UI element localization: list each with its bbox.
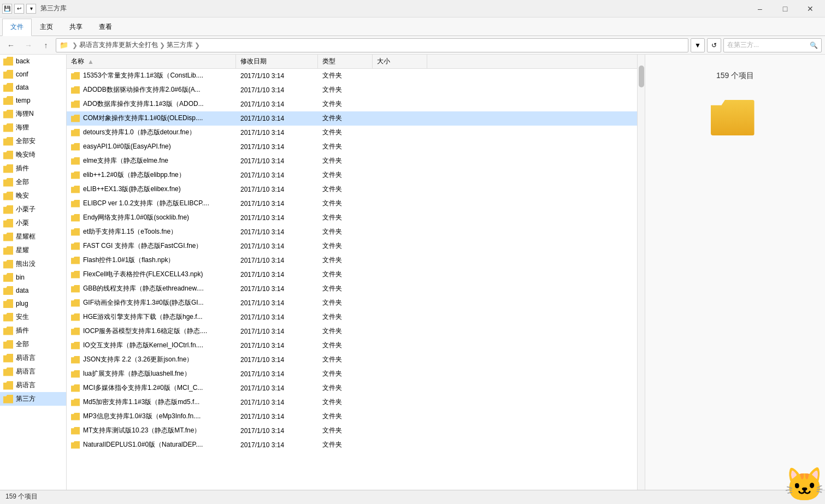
file-name: MT支持库测试版10.23（静态版MT.fne） [83,426,201,435]
quick-access-dropdown[interactable]: ▾ [26,4,36,14]
cell-size [373,97,427,111]
sidebar-item-4[interactable]: 海狸N [0,107,66,121]
sidebar-item-15[interactable]: 熊出没 [0,257,66,271]
sidebar-item-label: 海狸N [16,109,34,118]
sidebar-item-16[interactable]: bin [0,271,66,284]
table-row[interactable]: detours支持库1.0（静态版detour.fne）2017/1/10 3:… [67,126,637,140]
expand-button[interactable]: ▼ [691,38,705,52]
cell-date: 2017/1/10 3:14 [236,168,318,182]
sidebar-item-12[interactable]: 小栗 [0,216,66,230]
sidebar-item-23[interactable]: 易语言 [0,365,66,378]
table-row[interactable]: GBB的线程支持库（静态版ethreadnew....2017/1/10 3:1… [67,282,637,296]
sidebar-item-3[interactable]: temp [0,94,66,107]
cell-date: 2017/1/10 3:14 [236,410,318,423]
tab-view[interactable]: 查看 [91,19,120,35]
file-name: ADO数据库操作支持库1.1#3版（ADOD... [83,99,204,109]
cell-type: 文件夹 [318,410,373,423]
file-name: ELIBCP ver 1.0.2支持库（静态版ELIBCP.... [83,199,209,208]
table-row[interactable]: MCI多媒体指令支持库1.2#0版（MCI_C...2017/1/10 3:14… [67,381,637,395]
sidebar-item-8[interactable]: 插件 [0,162,66,175]
back-button[interactable]: ← [3,38,19,53]
address-path[interactable]: 📁 ❯ 易语言支持库更新大全打包 ❯ 第三方库 ❯ [56,38,688,52]
sidebar-item-13[interactable]: 星耀框 [0,230,66,244]
table-row[interactable]: HGE游戏引擎支持库下载（静态版hge.f...2017/1/10 3:14文件… [67,310,637,324]
tab-home[interactable]: 主页 [32,19,61,35]
folder-icon-sm [71,384,80,392]
sidebar-item-17[interactable]: data [0,284,66,297]
sidebar-item-19[interactable]: 安生 [0,310,66,324]
col-header-name[interactable]: 名称 ▲ [67,55,236,68]
sidebar-item-2[interactable]: data [0,81,66,94]
sidebar-item-22[interactable]: 易语言 [0,351,66,365]
minimize-button[interactable]: – [747,0,773,17]
sidebar-item-5[interactable]: 海狸 [0,121,66,134]
table-row[interactable]: elib++1.2#0版（静态版elibpp.fne）2017/1/10 3:1… [67,168,637,182]
table-row[interactable]: lua扩展支持库（静态版luashell.fne）2017/1/10 3:14文… [67,367,637,381]
table-row[interactable]: COM对象操作支持库1.1#0版(OLEDisp....2017/1/10 3:… [67,111,637,126]
refresh-button[interactable]: ↺ [707,38,721,52]
ribbon: 文件 主页 共享 查看 [0,17,825,36]
table-row[interactable]: FAST CGI 支持库（静态版FastCGI.fne）2017/1/10 3:… [67,239,637,253]
table-row[interactable]: Endy网络支持库1.0#0版(socklib.fne)2017/1/10 3:… [67,211,637,225]
col-header-size[interactable]: 大小 [373,55,427,68]
table-row[interactable]: GIF动画全操作支持库1.3#0版(静态版GI...2017/1/10 3:14… [67,296,637,310]
scroll-thumb[interactable] [639,66,644,87]
quick-access-icon2[interactable]: ↩ [14,4,24,14]
table-row[interactable]: elme支持库（静态版elme.fne2017/1/10 3:14文件夹 [67,154,637,168]
table-row[interactable]: ADO数据库操作支持库1.1#3版（ADOD...2017/1/10 3:14文… [67,97,637,111]
sidebar-item-20[interactable]: 插件 [0,324,66,337]
table-row[interactable]: Flash控件1.0#1版（flash.npk）2017/1/10 3:14文件… [67,253,637,268]
sidebar-item-6[interactable]: 全部安 [0,134,66,148]
search-box[interactable]: 在第三方... 🔍 [723,38,822,52]
tab-share[interactable]: 共享 [61,19,91,35]
sidebar-item-24[interactable]: 易语言 [0,378,66,392]
file-name: GBB的线程支持库（静态版ethreadnew.... [83,284,204,293]
cell-name: easyAPI1.0#0版(EasyAPI.fne) [67,140,236,153]
search-placeholder: 在第三方... [727,40,808,50]
folder-icon [3,70,13,79]
forward-button[interactable]: → [21,38,36,53]
col-header-date[interactable]: 修改日期 [236,55,318,68]
table-row[interactable]: IO交互支持库（静态版Kernel_IOCtrl.fn....2017/1/10… [67,339,637,353]
folder-icon [3,273,13,282]
sidebar-item-18[interactable]: plug [0,297,66,310]
cell-date: 2017/1/10 3:14 [236,253,318,267]
sidebar-item-14[interactable]: 星耀 [0,244,66,257]
folder-icon [3,395,13,404]
table-row[interactable]: 15353个常量支持库1.1#3版（ConstLib....2017/1/10 … [67,69,637,83]
sidebar-item-10[interactable]: 晚安 [0,189,66,203]
table-row[interactable]: MT支持库测试版10.23（静态版MT.fne）2017/1/10 3:14文件… [67,424,637,438]
folder-icon [3,233,13,241]
table-row[interactable]: MP3信息支持库1.0#3版（eMp3Info.fn....2017/1/10 … [67,410,637,424]
table-row[interactable]: ADODB数据驱动操作支持库2.0#6版(A...2017/1/10 3:14文… [67,83,637,97]
table-row[interactable]: et助手支持库1.15（eTools.fne）2017/1/10 3:14文件夹 [67,225,637,239]
cell-type: 文件夹 [318,395,373,409]
sidebar-item-11[interactable]: 小栗子 [0,203,66,216]
table-row[interactable]: IOCP服务器模型支持库1.6稳定版（静态....2017/1/10 3:14文… [67,324,637,339]
sidebar-item-9[interactable]: 全部 [0,175,66,189]
sidebar-item-25[interactable]: 第三方 [0,392,66,406]
table-row[interactable]: JSON支持库 2.2（3.26更新json.fne）2017/1/10 3:1… [67,353,637,367]
col-header-type[interactable]: 类型 [318,55,373,68]
sidebar-item-7[interactable]: 晚安绮 [0,148,66,162]
sidebar-item-1[interactable]: conf [0,68,66,81]
scrollbar-panel[interactable] [637,55,645,490]
table-row[interactable]: easyAPI1.0#0版(EasyAPI.fne)2017/1/10 3:14… [67,140,637,154]
table-row[interactable]: eLIB++EX1.3版(静态版elibex.fne)2017/1/10 3:1… [67,182,637,197]
folder-icon-sm [71,228,80,236]
folder-icon-sm [71,285,80,293]
tab-file[interactable]: 文件 [2,19,32,36]
table-row[interactable]: Md5加密支持库1.1#3版（静态版md5.f...2017/1/10 3:14… [67,395,637,410]
sidebar-item-0[interactable]: back [0,55,66,68]
maximize-button[interactable]: □ [773,0,798,17]
close-button[interactable]: ✕ [798,0,823,17]
table-row[interactable]: FlexCell电子表格控件(FLEXCELL43.npk)2017/1/10 … [67,268,637,282]
sidebar-item-label: 星耀框 [16,232,36,241]
table-row[interactable]: NaturalIDEPLUS1.0#0版（NaturalDEP....2017/… [67,438,637,452]
folder-icon-sm [71,214,80,222]
table-row[interactable]: ELIBCP ver 1.0.2支持库（静态版ELIBCP....2017/1/… [67,197,637,211]
sidebar-item-21[interactable]: 全部 [0,337,66,351]
folder-icon [3,192,13,200]
quick-access-icon1[interactable]: 💾 [2,4,12,14]
up-button[interactable]: ↑ [38,38,54,53]
